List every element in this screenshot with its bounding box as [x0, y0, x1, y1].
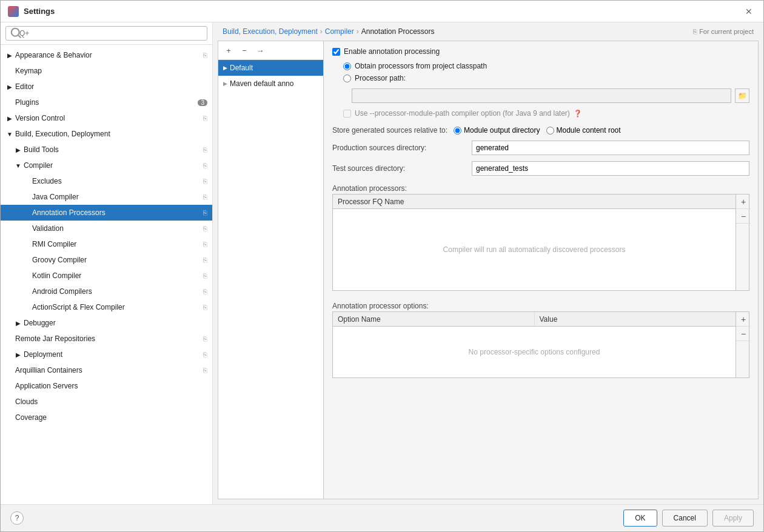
profile-arrow-icon: ▶	[223, 81, 227, 87]
sidebar-item-clouds[interactable]: Clouds	[1, 394, 212, 410]
sidebar-item-appearance[interactable]: Appearance & Behavior ⎘	[1, 47, 212, 63]
sidebar-item-keymap[interactable]: Keymap	[1, 63, 212, 79]
annotation-processors-table: Processor FQ Name Compiler will run all …	[332, 194, 749, 291]
add-option-button[interactable]: +	[736, 312, 751, 327]
sidebar-item-label: Arquillian Containers	[15, 366, 201, 374]
badge: 3	[198, 99, 207, 106]
breadcrumb-link-build[interactable]: Build, Execution, Deployment	[223, 27, 318, 36]
sidebar-item-application-servers[interactable]: Application Servers	[1, 378, 212, 394]
footer-left: ?	[10, 511, 24, 525]
copy-profile-button[interactable]: →	[253, 44, 267, 57]
module-output-dir-radio[interactable]	[454, 127, 461, 135]
sidebar-item-excludes[interactable]: Excludes ⎘	[1, 173, 212, 189]
browse-button[interactable]: 📁	[735, 88, 749, 103]
profile-item-default[interactable]: ▶ Default	[218, 60, 323, 76]
add-profile-button[interactable]: +	[222, 44, 235, 57]
enable-annotation-label[interactable]: Enable annotation processing	[332, 47, 440, 56]
use-module-checkbox[interactable]	[343, 110, 351, 118]
sidebar-item-label: Validation	[32, 224, 201, 233]
ext-icon: ⎘	[203, 193, 207, 201]
ok-button[interactable]: OK	[623, 510, 657, 527]
obtain-processors-radio[interactable]	[343, 62, 351, 70]
sidebar-item-android-compilers[interactable]: Android Compilers ⎘	[1, 284, 212, 299]
annotation-processors-label: Annotation processors:	[332, 184, 749, 193]
sidebar-item-groovy-compiler[interactable]: Groovy Compiler ⎘	[1, 252, 212, 268]
module-content-root-label[interactable]: Module content root	[546, 126, 621, 135]
close-button[interactable]: ✕	[742, 5, 756, 18]
profile-toolbar: + − →	[218, 41, 323, 60]
processor-path-input[interactable]	[352, 88, 731, 103]
sidebar-item-compiler[interactable]: Compiler ⎘	[1, 158, 212, 173]
module-content-root-radio[interactable]	[546, 127, 554, 135]
search-input[interactable]	[5, 26, 207, 41]
processor-fq-name-col: Processor FQ Name	[338, 198, 404, 206]
obtain-processors-label[interactable]: Obtain processors from project classpath	[343, 62, 749, 70]
sidebar-item-java-compiler[interactable]: Java Compiler ⎘	[1, 189, 212, 205]
use-module-label[interactable]: Use --processor-module-path compiler opt…	[343, 109, 570, 118]
processor-path-radio[interactable]	[343, 75, 351, 82]
sidebar-item-label: Remote Jar Repositories	[15, 334, 201, 343]
breadcrumb-link-compiler[interactable]: Compiler	[325, 27, 354, 36]
test-sources-label: Test sources directory:	[332, 164, 466, 173]
help-icon[interactable]: ❓	[574, 110, 582, 118]
right-panel: Build, Execution, Deployment › Compiler …	[213, 22, 763, 504]
sidebar-item-kotlin-compiler[interactable]: Kotlin Compiler ⎘	[1, 268, 212, 284]
add-annotation-button[interactable]: +	[736, 195, 751, 209]
module-output-dir-label[interactable]: Module output directory	[454, 126, 540, 135]
remove-annotation-button[interactable]: −	[736, 209, 751, 224]
profile-item-maven[interactable]: ▶ Maven default anno	[218, 76, 323, 91]
main-content: Appearance & Behavior ⎘ Keymap Editor Pl…	[1, 22, 763, 504]
sidebar-item-rmi-compiler[interactable]: RMI Compiler ⎘	[1, 236, 212, 252]
source-radio-group: Obtain processors from project classpath…	[343, 62, 749, 82]
sidebar-item-label: Deployment	[24, 350, 201, 359]
annotation-table-header: Processor FQ Name	[333, 195, 736, 209]
sidebar-item-label: Groovy Compiler	[32, 256, 201, 264]
value-col: Value	[535, 312, 736, 326]
sidebar-item-editor[interactable]: Editor	[1, 79, 212, 95]
sidebar-item-arquillian[interactable]: Arquillian Containers ⎘	[1, 362, 212, 378]
sidebar-item-version-control[interactable]: Version Control ⎘	[1, 110, 212, 126]
ext-icon: ⎘	[203, 367, 207, 374]
sidebar-item-label: Annotation Processors	[32, 208, 201, 217]
module-content-root-text: Module content root	[557, 126, 621, 135]
sidebar-item-label: Kotlin Compiler	[32, 271, 201, 280]
test-sources-input[interactable]	[472, 161, 749, 176]
sidebar-item-remote-jar[interactable]: Remote Jar Repositories ⎘	[1, 331, 212, 347]
breadcrumb-sep: ›	[357, 27, 359, 36]
ext-icon: ⎘	[203, 225, 207, 232]
sidebar-item-annotation-processors[interactable]: Annotation Processors ⎘	[1, 205, 212, 221]
apply-button[interactable]: Apply	[712, 510, 754, 527]
sidebar-item-coverage[interactable]: Coverage	[1, 410, 212, 425]
sidebar-item-actionscript[interactable]: ActionScript & Flex Compiler ⎘	[1, 299, 212, 315]
ext-icon: ⎘	[203, 288, 207, 295]
sidebar-item-validation[interactable]: Validation ⎘	[1, 221, 212, 236]
profile-arrow-icon: ▶	[223, 65, 227, 71]
ext-icon: ⎘	[203, 256, 207, 264]
annotation-table-empty: Compiler will run all automatically disc…	[333, 209, 736, 290]
production-sources-input[interactable]	[472, 141, 749, 155]
sidebar-item-deployment[interactable]: Deployment ⎘	[1, 347, 212, 362]
ext-icon: ⎘	[203, 146, 207, 153]
processor-path-label[interactable]: Processor path:	[343, 74, 749, 82]
store-sources-row: Store generated sources relative to: Mod…	[332, 126, 749, 135]
enable-annotation-checkbox[interactable]	[332, 48, 340, 56]
app-icon	[8, 6, 19, 17]
remove-profile-button[interactable]: −	[238, 44, 251, 57]
help-button[interactable]: ?	[10, 511, 24, 525]
sidebar-item-build-tools[interactable]: Build Tools ⎘	[1, 142, 212, 158]
breadcrumb-path: Build, Execution, Deployment › Compiler …	[223, 27, 435, 36]
sidebar-item-build[interactable]: Build, Execution, Deployment	[1, 126, 212, 142]
cancel-button[interactable]: Cancel	[662, 510, 708, 527]
remove-option-button[interactable]: −	[736, 327, 751, 341]
annotation-table-actions: + −	[736, 195, 749, 290]
module-output-dir-text: Module output directory	[464, 126, 540, 135]
arrow-icon	[14, 145, 22, 154]
sidebar-item-debugger[interactable]: Debugger	[1, 315, 212, 331]
ext-icon: ⎘	[203, 272, 207, 279]
breadcrumb-sep: ›	[320, 27, 323, 36]
options-table-content: Option Name Value No processor-specific …	[333, 312, 736, 377]
ext-icon: ⎘	[203, 241, 207, 248]
sidebar-item-plugins[interactable]: Plugins 3	[1, 95, 212, 110]
sidebar-item-label: Android Compilers	[32, 287, 201, 296]
test-sources-row: Test sources directory:	[332, 161, 749, 176]
